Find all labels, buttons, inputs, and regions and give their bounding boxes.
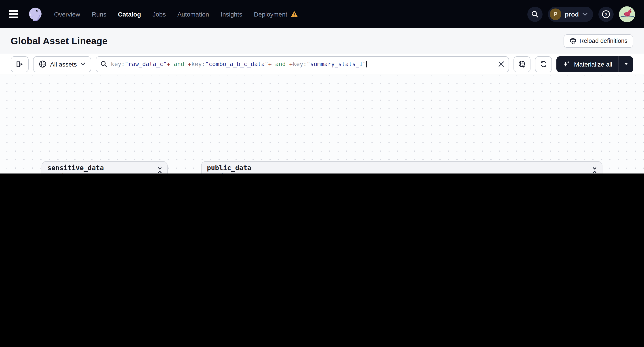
collapse-group-icon[interactable] xyxy=(157,167,163,173)
group-name: sensitive_data xyxy=(47,164,104,172)
asset-selection-input[interactable]: key:"raw_data_c"+ and +key:"combo_a_b_c_… xyxy=(96,56,509,72)
dagster-logo-icon[interactable] xyxy=(27,6,43,22)
group-name: public_data xyxy=(207,164,252,172)
lineage-toolbar: All assets key:"raw_data_c"+ and +key:"c… xyxy=(0,54,644,75)
close-icon xyxy=(498,61,504,67)
page-header: Global Asset Lineage Reload definitions xyxy=(0,28,644,54)
group-repo: example_co xyxy=(207,172,252,174)
group-header: sensitive_data example_co xyxy=(42,162,167,173)
asset-group-public-data[interactable]: public_data example_co xyxy=(201,161,602,173)
lineage-canvas[interactable]: sensitive_data example_co public_data ex… xyxy=(0,75,644,173)
top-nav: Overview Runs Catalog Jobs Automation In… xyxy=(0,0,644,28)
view-full-graph-button[interactable] xyxy=(514,56,531,72)
reload-definitions-button[interactable]: Reload definitions xyxy=(563,34,633,47)
nav-item-runs[interactable]: Runs xyxy=(92,10,106,18)
open-asset-panel-button[interactable] xyxy=(11,56,28,72)
group-header: public_data example_co xyxy=(202,162,602,173)
materialize-all-split-button: Materialize all xyxy=(557,56,633,72)
nav-item-automation[interactable]: Automation xyxy=(178,10,209,18)
app-window: Overview Runs Catalog Jobs Automation In… xyxy=(0,0,644,173)
asset-group-sensitive-data[interactable]: sensitive_data example_co xyxy=(42,161,168,173)
materialize-options-button[interactable] xyxy=(619,56,633,72)
avatar-bird-image xyxy=(619,6,635,22)
chevron-down-icon xyxy=(80,62,85,66)
help-icon: ? xyxy=(602,9,610,18)
page-title: Global Asset Lineage xyxy=(11,35,108,46)
refresh-graph-button[interactable] xyxy=(535,56,552,72)
search-icon xyxy=(100,61,107,67)
nav-item-deployment[interactable]: Deployment xyxy=(254,10,298,18)
nav-right: P prod ? xyxy=(527,6,635,22)
globe-icon xyxy=(39,60,46,68)
globe-plus-icon xyxy=(518,60,526,68)
nav-item-jobs[interactable]: Jobs xyxy=(152,10,166,18)
chevron-down-icon xyxy=(582,12,588,16)
nav-item-overview[interactable]: Overview xyxy=(54,10,80,18)
caret-down-icon xyxy=(624,62,628,66)
nav-links: Overview Runs Catalog Jobs Automation In… xyxy=(54,10,298,18)
warning-icon xyxy=(290,11,298,17)
user-avatar[interactable] xyxy=(619,6,635,22)
refresh-icon xyxy=(540,60,548,68)
asset-scope-dropdown[interactable]: All assets xyxy=(33,56,91,72)
deployment-switcher[interactable]: P prod xyxy=(548,6,593,22)
collapse-group-icon[interactable] xyxy=(592,167,598,173)
group-repo: example_co xyxy=(47,172,104,174)
sparkles-icon xyxy=(563,60,570,68)
search-icon xyxy=(532,10,538,18)
menu-icon[interactable] xyxy=(9,10,18,18)
deployment-label: prod xyxy=(565,10,579,18)
svg-text:?: ? xyxy=(604,11,607,17)
clear-query-button[interactable] xyxy=(498,61,504,67)
nav-item-catalog[interactable]: Catalog xyxy=(118,10,141,18)
help-button[interactable]: ? xyxy=(598,6,614,22)
text-cursor xyxy=(366,61,367,67)
asset-scope-label: All assets xyxy=(50,60,77,68)
nav-item-insights[interactable]: Insights xyxy=(221,10,242,18)
reload-code-icon xyxy=(569,37,576,44)
asset-selection-query: key:"raw_data_c"+ and +key:"combo_a_b_c_… xyxy=(111,61,495,67)
panel-expand-icon xyxy=(16,60,24,68)
deployment-avatar: P xyxy=(550,8,561,20)
global-search-button[interactable] xyxy=(527,6,542,22)
materialize-all-button[interactable]: Materialize all xyxy=(557,56,618,72)
